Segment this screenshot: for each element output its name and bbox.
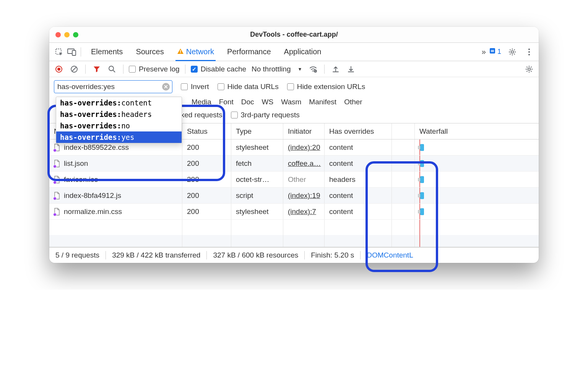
col-status[interactable]: Status [182,123,231,139]
type-filter-doc[interactable]: Doc [241,98,254,106]
download-har-icon[interactable] [345,63,357,75]
clear-filter-icon[interactable]: ✕ [162,83,170,91]
table-empty-area [49,220,539,247]
svg-rect-5 [490,48,495,53]
request-overrides: content [325,156,392,171]
checkbox-checked-icon: ✓ [191,66,198,73]
settings-icon[interactable] [507,46,518,58]
col-waterfall[interactable]: Waterfall [415,123,539,139]
svg-line-13 [72,67,76,71]
request-initiator[interactable]: (index):19 [283,188,325,203]
tab-elements[interactable]: Elements [91,43,123,61]
type-filter-media[interactable]: Media [192,98,211,106]
window-title: DevTools - coffee-cart.app/ [49,31,539,39]
network-conditions-icon[interactable] [307,63,319,75]
col-type[interactable]: Type [231,123,283,139]
file-override-icon [54,192,61,199]
preserve-log-checkbox[interactable]: Preserve log [129,65,180,73]
tab-performance[interactable]: Performance [227,43,271,61]
throttling-value: No throttling [252,65,291,73]
checkbox-icon [129,66,136,73]
tab-network[interactable]: Network [177,43,214,61]
device-toggle-icon[interactable] [66,46,78,58]
third-party-checkbox[interactable]: 3rd-party requests [231,111,300,119]
disable-cache-checkbox[interactable]: ✓ Disable cache [191,65,246,73]
panel-settings-icon[interactable] [523,63,535,75]
more-tabs-icon[interactable]: » [482,47,484,56]
table-body: index-b859522e.css200stylesheet(index):2… [49,139,539,220]
status-resources: 327 kB / 600 kB resources [207,251,305,259]
autocomplete-item-yes[interactable]: has-overrides:yes [56,131,182,143]
svg-point-9 [528,49,530,50]
type-filter-wasm[interactable]: Wasm [281,98,301,106]
devtools-window: DevTools - coffee-cart.app/ Elements Sou… [49,27,539,263]
cell-spacer [392,188,415,203]
upload-har-icon[interactable] [330,63,341,75]
autocomplete-item-headers[interactable]: has-overrides:headers [56,109,182,120]
filter-input[interactable] [57,83,161,91]
throttling-select[interactable]: No throttling ▼ [250,65,304,73]
request-name: index-b859522e.css [64,143,129,152]
file-override-icon [54,144,61,151]
status-domcontentloaded: DOMContentL [361,251,419,259]
kebab-menu-icon[interactable] [523,46,535,58]
request-initiator[interactable]: (index):7 [283,204,325,219]
type-filter-ws[interactable]: WS [262,98,274,106]
svg-point-10 [528,51,530,53]
hide-extension-urls-checkbox[interactable]: Hide extension URLs [287,83,365,91]
status-finish: Finish: 5.20 s [305,251,361,259]
request-overrides: content [325,188,392,203]
tab-list: Elements Sources Network Performance App… [91,43,321,61]
status-requests: 5 / 9 requests [49,251,106,259]
issues-badge[interactable]: 1 [489,47,501,56]
svg-line-15 [113,70,115,72]
type-filter-manifest[interactable]: Manifest [309,98,336,106]
hide-data-urls-checkbox[interactable]: Hide data URLs [218,83,279,91]
file-override-icon [54,208,61,216]
tab-application[interactable]: Application [284,43,322,61]
col-initiator[interactable]: Initiator [283,123,325,139]
separator [81,47,81,57]
request-initiator[interactable]: Other [283,172,325,187]
type-filter-other[interactable]: Other [344,98,362,106]
status-transferred: 329 kB / 422 kB transferred [106,251,207,259]
svg-point-14 [109,66,114,71]
file-override-icon [54,176,61,183]
waterfall-cell [415,139,539,155]
col-has-overrides[interactable]: Has overrides [325,123,392,139]
request-type: fetch [231,156,283,171]
filter-bar: ✕ has-overrides:contenthas-overrides:hea… [49,77,539,123]
titlebar: DevTools - coffee-cart.app/ [49,27,539,43]
request-initiator[interactable]: (index):20 [283,139,325,155]
table-row[interactable]: favicon.ico200octet-str…Otherheaders [49,172,539,188]
request-initiator[interactable]: coffee.a… [283,156,325,171]
caret-down-icon: ▼ [297,66,302,72]
filter-input-wrap: ✕ has-overrides:contenthas-overrides:hea… [54,80,172,93]
type-filter-font[interactable]: Font [219,98,234,106]
filter-toggle-icon[interactable] [91,63,102,75]
disable-cache-label: Disable cache [201,65,246,73]
invert-checkbox[interactable]: Invert [181,83,209,91]
preserve-log-label: Preserve log [139,65,180,73]
filter-autocomplete: has-overrides:contenthas-overrides:heade… [56,97,182,143]
main-tabs: Elements Sources Network Performance App… [49,43,539,61]
request-status: 200 [182,156,231,171]
autocomplete-item-no[interactable]: has-overrides:no [56,120,182,131]
issue-icon [489,47,496,56]
table-row[interactable]: list.json200fetchcoffee.a…content [49,156,539,172]
tab-sources[interactable]: Sources [136,43,164,61]
warning-icon [177,47,184,56]
request-overrides: content [325,139,392,155]
record-button[interactable] [53,63,65,75]
cell-spacer [392,172,415,187]
request-overrides: headers [325,172,392,187]
inspect-element-icon[interactable] [53,46,65,58]
svg-rect-2 [72,50,76,55]
table-row[interactable]: normalize.min.css200stylesheet(index):7c… [49,204,539,220]
tab-network-label: Network [186,47,214,56]
request-status: 200 [182,139,231,155]
autocomplete-item-content[interactable]: has-overrides:content [56,97,182,109]
table-row[interactable]: index-8bfa4912.js200script(index):19cont… [49,188,539,204]
search-icon[interactable] [106,63,118,75]
clear-button[interactable] [68,63,80,75]
